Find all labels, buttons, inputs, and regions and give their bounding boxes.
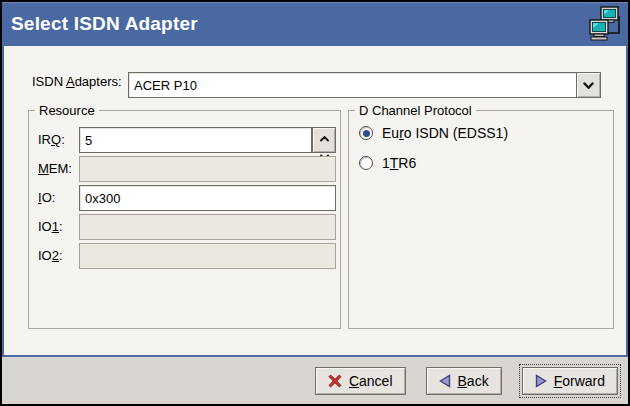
cancel-button[interactable]: Cancel bbox=[315, 367, 406, 395]
io1-row: IO1: bbox=[29, 214, 340, 240]
io2-input bbox=[79, 243, 336, 269]
radio-button-icon[interactable] bbox=[359, 126, 373, 140]
isdn-adapter-combo-entry[interactable] bbox=[128, 72, 577, 98]
d-channel-protocol-groupbox: D Channel Protocol Euro ISDN (EDSS1) 1TR… bbox=[348, 110, 614, 329]
irq-row: IRQ: bbox=[29, 127, 340, 153]
forward-button-label: Forward bbox=[554, 373, 605, 389]
combo-dropdown-button[interactable] bbox=[577, 72, 601, 98]
back-button-label: Back bbox=[458, 373, 489, 389]
spin-up-button[interactable] bbox=[313, 128, 335, 146]
euro-isdn-label: Euro ISDN (EDSS1) bbox=[382, 125, 508, 141]
networked-computers-icon bbox=[586, 5, 622, 43]
io-row: IO: bbox=[29, 185, 340, 211]
radio-option-euro-isdn[interactable]: Euro ISDN (EDSS1) bbox=[359, 125, 508, 141]
radio-option-1tr6[interactable]: 1TR6 bbox=[359, 155, 416, 171]
io-input[interactable] bbox=[79, 185, 336, 211]
back-button[interactable]: Back bbox=[426, 367, 502, 395]
io2-row: IO2: bbox=[29, 243, 340, 269]
cancel-x-icon bbox=[328, 374, 342, 388]
chevron-down-icon bbox=[583, 76, 594, 94]
mem-row: MEM: bbox=[29, 156, 340, 182]
dialog-title: Select ISDN Adapter bbox=[11, 13, 198, 35]
forward-button[interactable]: Forward bbox=[522, 367, 618, 395]
io1-input bbox=[79, 214, 336, 240]
radio-button-icon[interactable] bbox=[359, 156, 373, 170]
irq-spin-buttons[interactable] bbox=[312, 127, 336, 153]
irq-label: IRQ: bbox=[38, 132, 65, 147]
isdn-adapter-combobox[interactable] bbox=[128, 72, 601, 98]
cancel-button-label: Cancel bbox=[349, 373, 393, 389]
resource-groupbox: Resource IRQ: MEM: IO: IO1: bbox=[28, 110, 341, 329]
mem-label: MEM: bbox=[38, 161, 72, 176]
mem-input bbox=[79, 156, 336, 182]
io-label: IO: bbox=[38, 190, 55, 205]
dialog-content: ISDN Adapters: Resource IRQ: MEM: bbox=[2, 46, 628, 357]
io2-label: IO2: bbox=[38, 248, 63, 263]
irq-spinbox-input[interactable] bbox=[79, 127, 312, 153]
titlebar: Select ISDN Adapter bbox=[2, 2, 628, 46]
1tr6-label: 1TR6 bbox=[382, 155, 416, 171]
dialog-window: Select ISDN Adapter bbox=[0, 0, 630, 406]
d-channel-protocol-title: D Channel Protocol bbox=[355, 103, 476, 118]
arrow-right-icon bbox=[535, 374, 547, 388]
button-bar: Cancel Back Forward bbox=[2, 357, 628, 404]
arrow-left-icon bbox=[439, 374, 451, 388]
resource-group-title: Resource bbox=[35, 103, 99, 118]
io1-label: IO1: bbox=[38, 219, 63, 234]
chevron-up-icon bbox=[320, 128, 329, 146]
isdn-adapters-label: ISDN Adapters: bbox=[32, 74, 122, 89]
